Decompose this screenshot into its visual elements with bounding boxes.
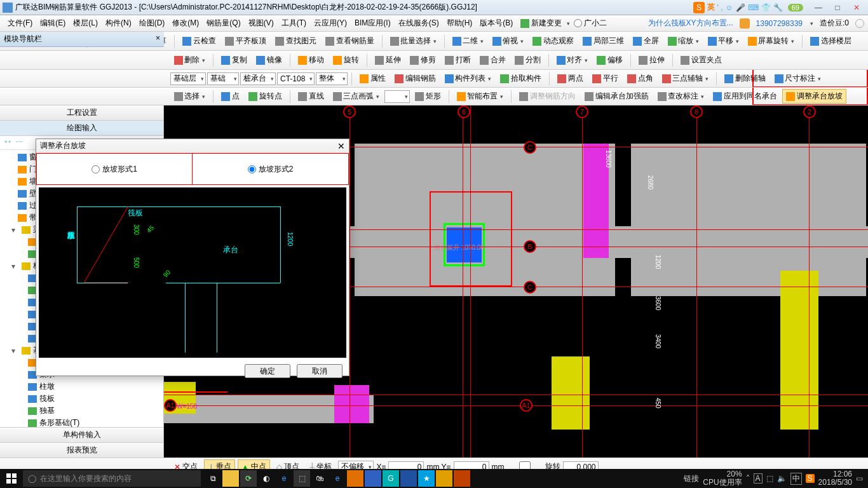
dialog-close-icon[interactable]: ✕ <box>337 141 345 151</box>
collapse-icon[interactable]: ⁻⁻ <box>15 139 23 147</box>
ime-tool-icon[interactable]: 🔧 <box>773 3 783 12</box>
adjdir-button[interactable]: 调整钢筋方向 <box>515 89 580 104</box>
ime-lang[interactable]: 英 <box>707 2 715 13</box>
minimize-button[interactable]: — <box>810 2 827 13</box>
extend-button[interactable]: 延伸 <box>371 53 405 67</box>
menu-draw[interactable]: 绘图(D) <box>135 18 169 29</box>
ime-kbd-icon[interactable]: ⌨ <box>748 3 759 12</box>
adjslope-button[interactable]: 调整承台放坡 <box>782 89 846 104</box>
setgrip-button[interactable]: 设置夹点 <box>677 53 726 67</box>
local3d-button[interactable]: 局部三维 <box>579 34 628 48</box>
delete-button[interactable]: 删除 <box>170 53 209 67</box>
new-change-dd[interactable] <box>566 20 570 27</box>
app5-icon[interactable] <box>365 470 381 487</box>
delaux-button[interactable]: 删除辅轴 <box>721 71 770 86</box>
split-button[interactable]: 分割 <box>511 53 545 67</box>
credit-icon[interactable] <box>855 19 864 28</box>
cat-combo[interactable]: 基础 <box>207 72 239 85</box>
menu-floor[interactable]: 楼层(L) <box>69 18 102 29</box>
ie-icon[interactable]: e <box>329 470 346 487</box>
sogou-icon[interactable]: S <box>693 2 705 13</box>
zoom-button[interactable]: 缩放 <box>664 34 703 48</box>
user-radio[interactable]: 广小二 <box>574 18 607 29</box>
app3-icon[interactable]: ⬚ <box>294 470 310 487</box>
scrrot-button[interactable]: 屏幕旋转 <box>744 34 798 48</box>
applysame-button[interactable]: 应用到同名承台 <box>709 89 781 104</box>
faq-link[interactable]: 为什么筏板XY方向布置... <box>648 18 733 29</box>
close-button[interactable]: ✕ <box>848 2 865 13</box>
store-icon[interactable]: 🛍 <box>311 470 328 487</box>
expand-icon[interactable]: ⁺⁺ <box>4 139 11 147</box>
twopt-button[interactable]: 两点 <box>553 71 587 86</box>
user-dd[interactable] <box>809 20 813 27</box>
pan-button[interactable]: 平移 <box>704 34 743 48</box>
tree-col2[interactable]: 柱墩 <box>0 381 163 393</box>
ime-mic-icon[interactable]: 🎤 <box>736 3 745 12</box>
menu-online[interactable]: 在线服务(S) <box>395 18 443 29</box>
menu-tool[interactable]: 工具(T) <box>278 18 310 29</box>
app4-icon[interactable] <box>347 470 363 487</box>
ime-smile-icon[interactable]: ☺ <box>725 3 733 12</box>
rect-button[interactable]: 矩形 <box>411 89 445 104</box>
menu-edit[interactable]: 编辑(E) <box>36 18 69 29</box>
complist-button[interactable]: 构件列表 <box>441 71 495 86</box>
menu-modify[interactable]: 修改(M) <box>168 18 203 29</box>
merge-button[interactable]: 合并 <box>476 53 510 67</box>
rotate-button[interactable]: 旋转 <box>329 53 363 67</box>
clock[interactable]: 12:062018/5/30 <box>818 470 852 487</box>
edge-icon[interactable]: e <box>276 470 292 487</box>
menu-bim[interactable]: BIM应用(I) <box>351 18 395 29</box>
select-button[interactable]: 选择 <box>170 89 209 104</box>
ptangle-button[interactable]: 点角 <box>623 71 657 86</box>
radio-mode1[interactable]: 放坡形式1 <box>37 154 193 184</box>
user-avatar-icon[interactable] <box>740 18 750 29</box>
batch-button[interactable]: 批量选择 <box>386 34 440 48</box>
panel-close-icon[interactable]: × <box>156 34 160 44</box>
action-center-icon[interactable]: ▭ <box>856 474 863 483</box>
point-button[interactable]: 点 <box>217 89 243 104</box>
2d-button[interactable]: 二维 <box>449 34 487 48</box>
break-button[interactable]: 打断 <box>441 53 475 67</box>
cloud-check-button[interactable]: 云检查 <box>179 34 220 48</box>
flatroof-button[interactable]: 平齐板顶 <box>221 34 270 48</box>
taskbar-search[interactable]: ◯ 在这里输入你要搜索的内容 <box>23 470 201 487</box>
tray-net-icon[interactable]: ⬚ <box>766 474 773 483</box>
tree-strip[interactable]: 条形基础(T) <box>0 417 163 427</box>
comp-combo[interactable]: CT-108 <box>277 72 315 85</box>
tray-up-icon[interactable]: ˄ <box>746 474 750 483</box>
copy-button[interactable]: 复制 <box>217 53 251 67</box>
rotpt-button[interactable]: 旋转点 <box>245 89 286 104</box>
line-button[interactable]: 直线 <box>294 89 328 104</box>
editrein-button[interactable]: 编辑承台加强筋 <box>581 89 653 104</box>
threept-button[interactable]: 三点辅轴 <box>658 71 712 86</box>
editrebar-button[interactable]: 编辑钢筋 <box>391 71 440 86</box>
menu-comp[interactable]: 构件(N) <box>102 18 135 29</box>
offset-button[interactable]: 偏移 <box>593 53 627 67</box>
radio-mode2[interactable]: 放坡形式2 <box>193 154 348 184</box>
align-button[interactable]: 对齐 <box>553 53 592 67</box>
attr-button[interactable]: 属性 <box>356 71 390 86</box>
findimg-button[interactable]: 查找图元 <box>271 34 320 48</box>
trim-button[interactable]: 修剪 <box>406 53 440 67</box>
new-change-button[interactable]: 新建变更 <box>517 16 566 30</box>
tray-ime[interactable]: 中 <box>790 473 802 485</box>
ok-button[interactable]: 确定 <box>245 364 290 378</box>
dynview-button[interactable]: 动态观察 <box>529 34 578 48</box>
pick-button[interactable]: 拾取构件 <box>496 71 545 86</box>
menu-version[interactable]: 版本号(B) <box>476 18 517 29</box>
viewsteel-button[interactable]: 查看钢筋量 <box>322 34 378 48</box>
taskview-icon[interactable]: ⧉ <box>205 470 221 487</box>
type-combo[interactable]: 桩承台 <box>240 72 276 85</box>
cpu-meter[interactable]: 20%CPU使用率 <box>703 470 742 487</box>
tab-drawinput[interactable]: 绘图输入 <box>0 121 163 136</box>
move-button[interactable]: 移动 <box>294 53 328 67</box>
stretch-button[interactable]: 拉伸 <box>635 53 668 67</box>
chklabel-button[interactable]: 查改标注 <box>654 89 708 104</box>
explorer-icon[interactable] <box>222 470 239 487</box>
selfloor-button[interactable]: 选择楼层 <box>806 34 855 48</box>
start-button[interactable] <box>0 469 23 488</box>
tray-link[interactable]: 链接 <box>684 473 699 484</box>
cancel-button[interactable]: 取消 <box>297 364 342 378</box>
tray-sogou-icon[interactable]: S <box>806 474 815 483</box>
menu-help[interactable]: 帮助(H) <box>443 18 477 29</box>
